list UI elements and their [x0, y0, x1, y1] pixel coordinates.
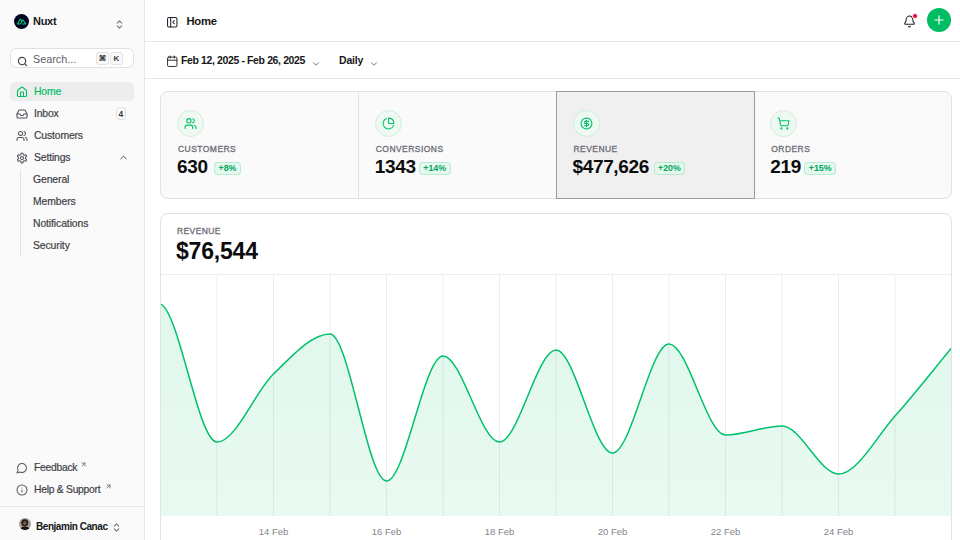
svg-text:20 Feb: 20 Feb [598, 526, 628, 537]
svg-text:18 Feb: 18 Feb [485, 526, 515, 537]
svg-text:24 Feb: 24 Feb [824, 526, 854, 537]
svg-text:14 Feb: 14 Feb [259, 526, 289, 537]
svg-text:22 Feb: 22 Feb [711, 526, 741, 537]
svg-text:16 Feb: 16 Feb [372, 526, 402, 537]
